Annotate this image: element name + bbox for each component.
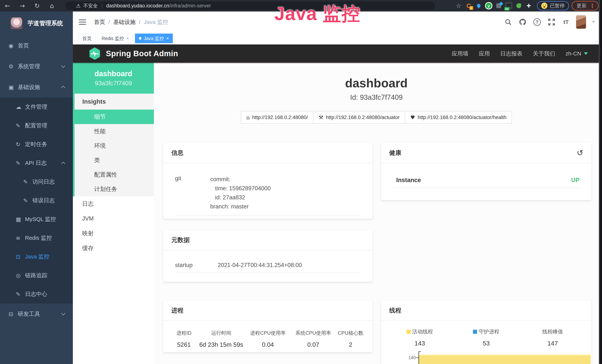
sba-main: dashboard Id: 93a3fc7f7409 ⌂ http://192.… xyxy=(154,63,599,364)
infrastructure-icon: ▣ xyxy=(9,84,18,90)
info-card-title: 信息 xyxy=(163,143,373,163)
api-log-icon: ✎ xyxy=(16,160,25,166)
sba-instance-block[interactable]: dashboard 93a3fc7f7409 xyxy=(73,63,154,94)
close-icon[interactable]: × xyxy=(166,36,169,41)
extension-y-icon[interactable]: y xyxy=(485,2,493,10)
sidebar-item-label: 首页 xyxy=(18,42,29,50)
url-path: /infra/admin-server xyxy=(169,3,211,9)
sidebar-item-label: 配置管理 xyxy=(25,122,47,129)
process-card: 进程 进程ID 5261 运行时间 6d 23h 15m 59s 进程CPU使用… xyxy=(163,300,373,352)
extension-grid-icon[interactable] xyxy=(495,2,502,10)
error-log-icon: ✎ xyxy=(23,197,32,204)
history-icon[interactable]: ↺ xyxy=(577,148,583,157)
devtools-icon: ⊟ xyxy=(9,311,18,317)
sidebar-item-label: 日志中心 xyxy=(25,290,47,298)
sidebar-item-file-management[interactable]: ☁ 文件管理 xyxy=(0,97,73,116)
git-branch-line: branch: master xyxy=(210,202,271,211)
font-size-icon[interactable]: tT xyxy=(562,18,570,27)
chrome-update-button[interactable]: 更新 ⋮ xyxy=(572,1,599,11)
service-url-button[interactable]: ⌂ http://192.168.0.2:48080/ xyxy=(241,111,313,124)
sba-logo-icon xyxy=(89,47,101,60)
sba-nav-wallboard[interactable]: 应用墙 xyxy=(452,50,468,57)
sidebar-item-log-center[interactable]: ✎ 日志中心 xyxy=(0,285,73,304)
sidebar-item-trace[interactable]: ◎ 链路追踪 xyxy=(0,266,73,285)
sba-item-caches[interactable]: 缓存 xyxy=(73,241,154,256)
extension-leaf-icon[interactable] xyxy=(515,2,522,10)
sidebar-item-java-monitor[interactable]: ⊡ Java 监控 xyxy=(0,247,73,266)
sba-item-details[interactable]: 细节 xyxy=(75,110,154,124)
close-icon[interactable]: × xyxy=(126,36,129,41)
sidebar-item-error-log[interactable]: ✎ 错误日志 xyxy=(0,191,73,210)
sidebar-item-mysql-monitor[interactable]: ▦ MySQL 监控 xyxy=(0,210,73,229)
tab-redis-monitor[interactable]: Redis 监控 × xyxy=(98,33,133,43)
info-card-body: git commit: time: 1596289704000 id: 27aa… xyxy=(163,163,373,211)
health-url-button[interactable]: ♥ http://192.168.0.2:48080/actuator/heal… xyxy=(405,111,512,124)
log-center-icon: ✎ xyxy=(16,291,25,298)
browser-menu-icon[interactable]: ⋮ xyxy=(590,3,595,9)
search-icon[interactable] xyxy=(504,18,513,27)
browser-back-button[interactable]: ← xyxy=(0,2,15,10)
profile-emoji-avatar xyxy=(541,3,548,9)
help-icon[interactable]: ? xyxy=(533,18,542,27)
extension-colorzilla-icon[interactable]: C1 xyxy=(465,2,473,10)
sba-nav-journal[interactable]: 日志报表 xyxy=(500,50,522,57)
bookmark-star-icon[interactable]: ☆ xyxy=(456,2,461,9)
sba-nav-about[interactable]: 关于我们 xyxy=(533,50,555,57)
sba-locale-select[interactable]: zh-CN xyxy=(566,50,588,57)
sidebar-item-redis-monitor[interactable]: ≡ Redis 监控 xyxy=(0,229,73,247)
timer-icon: ↻ xyxy=(16,141,25,148)
actuator-url-button[interactable]: ⚒ http://192.168.0.2:48080/actuator xyxy=(313,111,405,124)
profile-paused-badge[interactable]: 已暂停 xyxy=(537,1,569,11)
sidebar-item-home[interactable]: ◉ 首页 xyxy=(0,35,73,56)
sba-item-logging[interactable]: 日志 xyxy=(73,196,154,211)
legend-swatch-yellow xyxy=(407,330,411,334)
sidebar-item-scheduled-tasks[interactable]: ↻ 定时任务 xyxy=(0,135,73,154)
instance-id: 93a3fc7f7409 xyxy=(73,80,154,87)
fullscreen-icon[interactable] xyxy=(547,18,556,27)
threads-card-title: 线程 xyxy=(381,300,591,321)
legend-live-threads: 活动线程 143 xyxy=(387,328,453,347)
app-logo-row[interactable]: 芋道管理系统 xyxy=(0,11,73,35)
tab-home[interactable]: 首页 xyxy=(78,33,96,43)
breadcrumb-home[interactable]: 首页 xyxy=(94,18,105,26)
browser-reload-button[interactable]: ↻ xyxy=(30,2,44,10)
window-right-edge xyxy=(599,0,602,364)
sidebar-item-infrastructure[interactable]: ▣ 基础设施 xyxy=(0,77,73,97)
sba-item-classes[interactable]: 类 xyxy=(75,153,154,167)
sidebar-item-config-management[interactable]: ✎ 配置管理 xyxy=(0,116,73,135)
sidebar-item-label: 链路追踪 xyxy=(25,272,47,279)
health-instance-row[interactable]: Instance UP xyxy=(381,163,591,183)
app-logo-image xyxy=(10,17,23,30)
git-commit-line: commit: xyxy=(210,175,271,184)
github-icon[interactable] xyxy=(518,18,527,27)
breadcrumb-infrastructure[interactable]: 基础设施 xyxy=(113,18,136,26)
breadcrumb: 首页 / 基础设施 / Java 监控 xyxy=(94,18,168,26)
sba-item-metrics[interactable]: 性能 xyxy=(75,124,154,139)
browser-home-button[interactable]: ⌂ xyxy=(44,2,59,10)
sidebar-toggle-button[interactable] xyxy=(79,18,86,26)
sba-item-mappings[interactable]: 映射 xyxy=(73,226,154,241)
gauge-icon: ◉ xyxy=(9,43,18,49)
sba-item-scheduled-tasks[interactable]: 计划任务 xyxy=(75,182,154,196)
extension-switch-icon[interactable]: on xyxy=(505,2,512,10)
sba-brand[interactable]: Spring Boot Admin xyxy=(89,47,178,60)
tab-java-monitor[interactable]: Java 监控 × xyxy=(135,33,173,43)
sidebar-item-system[interactable]: ⚙ 系统管理 xyxy=(0,56,73,77)
process-card-title: 进程 xyxy=(163,300,373,321)
sba-item-config-props[interactable]: 配置属性 xyxy=(75,167,154,182)
browser-forward-button[interactable]: → xyxy=(15,2,30,10)
metadata-row: startup 2021-04-27T00:44:31.254+08:00 xyxy=(163,250,373,268)
sidebar-item-api-log[interactable]: ✎ API 日志 xyxy=(0,154,73,172)
header-actions: ? tT xyxy=(504,15,595,29)
user-avatar[interactable] xyxy=(576,15,586,29)
security-warning-icon: ⚠ xyxy=(76,3,81,9)
sidebar-item-devtools[interactable]: ⊟ 研发工具 xyxy=(0,304,73,324)
sidebar-item-access-log[interactable]: ✎ 访问日志 xyxy=(0,172,73,191)
extension-pin-icon[interactable] xyxy=(475,2,483,10)
user-menu-caret-icon[interactable] xyxy=(592,21,595,23)
address-bar[interactable]: ⚠ 不安全 dashboard.yudao.iocoder.cn /infra/… xyxy=(65,1,435,10)
sba-nav-applications[interactable]: 应用 xyxy=(479,50,490,57)
extensions-puzzle-icon[interactable]: ✚ xyxy=(525,2,532,10)
sba-item-jvm[interactable]: JVM xyxy=(73,211,154,226)
sba-item-environment[interactable]: 环境 xyxy=(75,139,154,153)
